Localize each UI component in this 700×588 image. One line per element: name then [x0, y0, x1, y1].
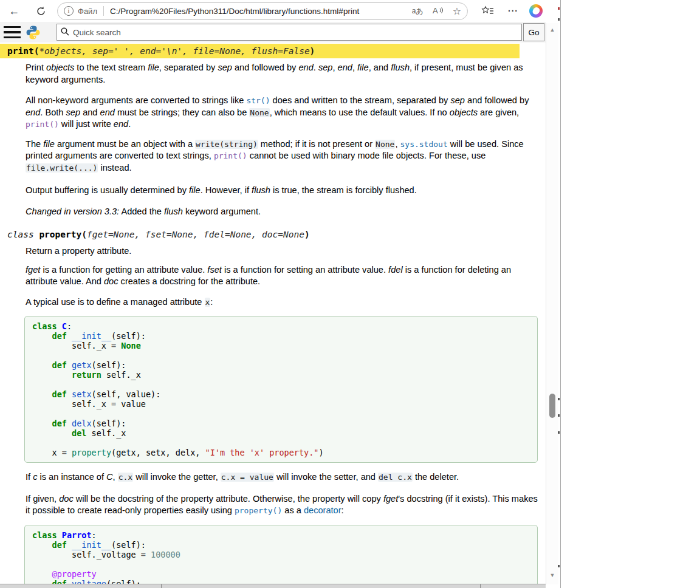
paragraph: Output buffering is usually determined b…	[26, 185, 539, 197]
refresh-button[interactable]	[32, 2, 50, 20]
inline-link[interactable]: property()	[235, 506, 282, 515]
python-logo[interactable]	[26, 25, 41, 40]
text-segment: and followed by	[232, 63, 299, 72]
text-segment: Print	[26, 63, 46, 72]
code-token: :	[67, 321, 72, 331]
text-segment: flush	[252, 185, 270, 195]
collections-button[interactable]	[481, 5, 495, 16]
text-segment: . Both	[40, 108, 66, 117]
go-button[interactable]: Go	[523, 23, 544, 41]
strip-divider	[161, 584, 162, 588]
code-token: Parrot	[62, 530, 92, 540]
code-line: self._x = None	[32, 341, 530, 350]
search-input[interactable]	[57, 24, 522, 41]
code-token: def	[52, 419, 67, 428]
text-segment: will invoke the setter, and	[274, 472, 378, 482]
text-segment: end	[298, 63, 313, 72]
inline-link[interactable]: print()	[214, 151, 247, 160]
code-line: return self._x	[32, 370, 530, 380]
paragraph: If given, doc will be the docstring of t…	[26, 493, 539, 517]
text-segment: :	[210, 297, 213, 307]
address-bar[interactable]: i Файл C:/Program%20Files/Python311/Doc/…	[57, 2, 468, 20]
strip-divider	[480, 584, 481, 588]
text-segment: does and written to the stream, separate…	[270, 95, 451, 105]
code-token: "I'm the 'x' property."	[205, 448, 319, 457]
code-line: x = property(getx, setx, delx, "I'm the …	[32, 448, 530, 457]
text-segment: , which means to use the default values.…	[270, 108, 450, 117]
site-permission-label[interactable]: Файл	[78, 7, 97, 16]
code-token: getx	[72, 360, 92, 370]
code-token	[67, 540, 72, 550]
signature-params: *objects, sep=' ', end='\n', file=None, …	[39, 46, 309, 56]
copilot-button[interactable]	[529, 4, 543, 18]
inline-link[interactable]: print()	[26, 120, 59, 129]
window-edge-mark	[558, 7, 560, 10]
text-segment: end	[100, 108, 115, 117]
code-token: (self):	[111, 540, 146, 550]
code-line: def setx(self, value):	[32, 389, 530, 399]
code-token: __init__	[72, 331, 111, 341]
inline-code: x	[205, 298, 211, 307]
code-token: self._x	[101, 370, 141, 380]
scrollbar-down-arrow[interactable]: ▼	[546, 572, 558, 578]
scrollbar-thumb[interactable]	[549, 394, 555, 418]
text-segment: fdel	[388, 265, 403, 275]
code-token: value	[116, 399, 146, 409]
text-segment: end	[114, 119, 128, 129]
scrollbar-up-arrow[interactable]: ▲	[546, 27, 558, 33]
translate-button[interactable]: aあ	[412, 6, 424, 16]
paragraph: If c is an instance of C, c.x will invok…	[26, 471, 539, 484]
inline-code: file.write(...)	[26, 163, 98, 173]
code-token: def	[52, 540, 67, 550]
text-segment: ,	[352, 63, 357, 72]
paragraph: All non-keyword arguments are converted …	[26, 95, 539, 131]
code-line	[32, 559, 530, 569]
address-divider	[103, 6, 104, 16]
code-line	[32, 409, 530, 419]
code-token: self._x	[32, 399, 111, 409]
menu-button[interactable]	[4, 26, 21, 38]
text-segment: instead.	[98, 163, 131, 173]
inline-link[interactable]: sys.stdout	[400, 140, 447, 149]
text-segment: doc	[59, 494, 74, 504]
code-line: self._voltage = 100000	[32, 550, 530, 559]
text-segment: argument must be an object with a	[55, 139, 195, 149]
read-aloud-button[interactable]: A	[432, 5, 444, 17]
inline-code: c.x = value	[221, 473, 274, 482]
favorite-star-button[interactable]: ☆	[453, 5, 461, 17]
inline-link[interactable]: str()	[246, 96, 270, 105]
paragraph: A typical use is to define a managed att…	[26, 296, 539, 309]
text-segment: as a	[282, 505, 304, 515]
code-token: (self):	[92, 360, 126, 370]
paren: (	[81, 230, 87, 239]
inline-code: None	[249, 108, 269, 117]
text-segment: objects	[46, 63, 74, 72]
code-token: =	[62, 448, 67, 457]
code-line: @property	[32, 569, 530, 579]
class-name: property	[39, 230, 81, 239]
quick-search	[57, 24, 522, 41]
code-token	[32, 540, 52, 550]
back-button[interactable]: ←	[5, 2, 23, 20]
more-menu-button[interactable]: ···	[508, 6, 518, 16]
code-token: self._voltage	[32, 550, 141, 559]
code-line: class Parrot:	[32, 530, 530, 540]
print-description: Print objects to the text stream file, s…	[26, 62, 539, 217]
code-token	[67, 331, 72, 341]
text-segment: will invoke the getter,	[133, 472, 221, 482]
text-segment: .	[314, 63, 318, 72]
code-token: return	[72, 370, 101, 380]
inline-link[interactable]: decorator	[304, 505, 341, 515]
text-segment: file	[148, 63, 159, 72]
code-token	[32, 419, 52, 428]
text-segment: If given,	[26, 494, 59, 504]
url-text[interactable]: C:/Program%20Files/Python311/Doc/html/li…	[110, 7, 403, 16]
text-segment: sep	[318, 63, 333, 72]
vertical-scrollbar[interactable]: ▲ ▼	[546, 23, 558, 584]
code-token: self._x	[86, 428, 126, 438]
info-icon[interactable]: i	[64, 6, 74, 16]
code-token: :	[92, 530, 97, 540]
code-token: def	[52, 389, 67, 399]
text-segment: will just write	[59, 119, 114, 129]
code-token	[32, 389, 52, 399]
